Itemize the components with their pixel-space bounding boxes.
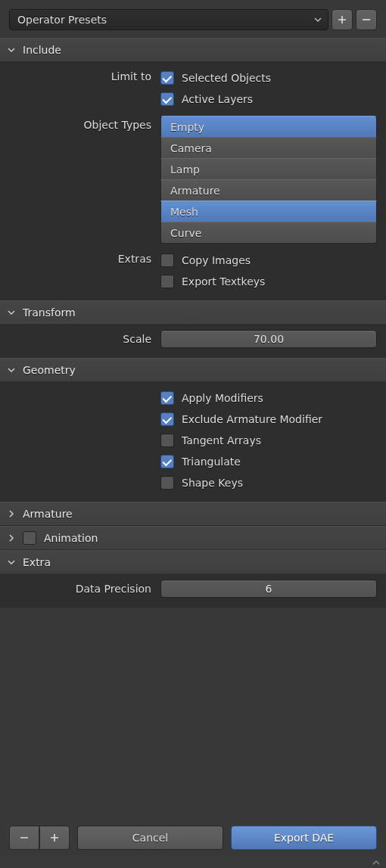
checkbox-animation-enable[interactable]: [23, 531, 36, 545]
section-header-geometry[interactable]: Geometry: [0, 358, 386, 382]
checkbox-shape-keys[interactable]: Shape Keys: [160, 472, 377, 493]
chevron-down-icon: [8, 309, 15, 316]
section-header-animation[interactable]: Animation: [0, 526, 386, 550]
chevron-up-icon[interactable]: [372, 859, 380, 866]
minus-icon: [362, 15, 371, 24]
preset-remove-button[interactable]: [356, 9, 377, 30]
enum-item-camera[interactable]: Camera: [160, 137, 377, 159]
checkbox-export-textkeys[interactable]: Export Textkeys: [160, 271, 377, 292]
scale-input[interactable]: 70.00: [160, 330, 377, 348]
label-limit-to: Limit to: [9, 67, 160, 82]
plus-icon: [338, 15, 347, 24]
checkbox-selected-objects[interactable]: Selected Objects: [160, 67, 377, 89]
export-dae-button[interactable]: Export DAE: [231, 826, 377, 850]
chevron-right-icon: [8, 534, 15, 542]
checkbox-apply-modifiers[interactable]: Apply Modifiers: [160, 387, 377, 409]
label-data-precision: Data Precision: [9, 580, 160, 595]
label-object-types: Object Types: [9, 116, 160, 131]
checkbox-active-layers[interactable]: Active Layers: [160, 89, 377, 110]
checkbox-triangulate[interactable]: Triangulate: [160, 451, 377, 472]
chevron-down-icon: [8, 46, 15, 54]
zoom-out-button[interactable]: [9, 826, 39, 850]
section-title: Armature: [23, 508, 73, 520]
object-types-enum: Empty Camera Lamp Armature Mesh Curve: [160, 116, 377, 244]
chevron-down-icon: [8, 366, 15, 374]
section-title: Transform: [23, 306, 76, 319]
label-scale: Scale: [9, 330, 160, 345]
section-title: Animation: [44, 532, 98, 544]
checkbox-icon: [160, 412, 174, 426]
section-title: Geometry: [23, 364, 76, 376]
enum-item-armature[interactable]: Armature: [160, 179, 377, 201]
operator-presets-label: Operator Presets: [17, 14, 107, 26]
preset-add-button[interactable]: [332, 9, 353, 30]
section-title: Include: [23, 44, 61, 56]
chevron-down-icon: [8, 558, 15, 566]
enum-item-curve[interactable]: Curve: [160, 222, 377, 244]
operator-presets-select[interactable]: Operator Presets: [9, 9, 328, 30]
enum-item-lamp[interactable]: Lamp: [160, 158, 377, 180]
checkbox-icon: [160, 391, 174, 405]
section-header-extra[interactable]: Extra: [0, 550, 386, 574]
chevron-down-icon: [314, 16, 322, 23]
checkbox-icon: [160, 476, 174, 490]
section-header-transform[interactable]: Transform: [0, 300, 386, 325]
zoom-in-button[interactable]: [39, 826, 70, 850]
chevron-right-icon: [8, 510, 15, 518]
minus-icon: [20, 833, 29, 842]
enum-item-mesh[interactable]: Mesh: [160, 201, 377, 222]
section-title: Extra: [23, 556, 51, 568]
checkbox-tangent-arrays[interactable]: Tangent Arrays: [160, 430, 377, 451]
checkbox-exclude-armature[interactable]: Exclude Armature Modifier: [160, 409, 377, 430]
section-header-armature[interactable]: Armature: [0, 502, 386, 526]
checkbox-icon: [160, 434, 174, 447]
label-extras: Extras: [9, 250, 160, 265]
data-precision-input[interactable]: 6: [160, 580, 377, 598]
cancel-button[interactable]: Cancel: [77, 826, 223, 850]
enum-item-empty[interactable]: Empty: [160, 116, 377, 138]
checkbox-copy-images[interactable]: Copy Images: [160, 250, 377, 271]
checkbox-icon: [160, 254, 174, 267]
checkbox-icon: [160, 275, 174, 288]
plus-icon: [50, 833, 59, 842]
checkbox-icon: [160, 92, 174, 106]
section-header-include[interactable]: Include: [0, 38, 386, 62]
checkbox-icon: [160, 71, 174, 85]
checkbox-icon: [160, 455, 174, 468]
